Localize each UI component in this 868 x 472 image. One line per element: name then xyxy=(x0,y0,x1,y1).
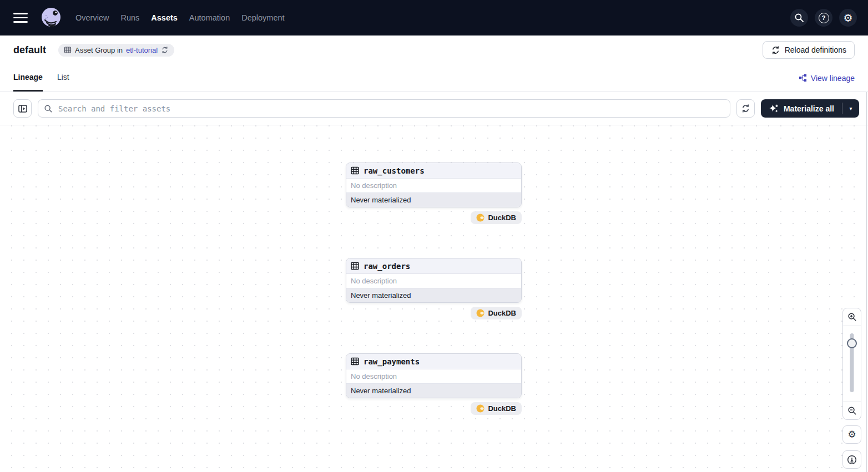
lineage-toolbar: Materialize all ▾ xyxy=(0,92,868,125)
materialize-all-split-button: Materialize all ▾ xyxy=(761,99,859,118)
nav-item-deployment[interactable]: Deployment xyxy=(240,11,285,24)
zoom-in-icon xyxy=(847,312,857,322)
refresh-button[interactable] xyxy=(736,99,755,118)
user-settings-button[interactable]: ⚙ xyxy=(839,9,857,27)
asset-card-header: raw_customers xyxy=(346,163,521,179)
asset-group-icon xyxy=(64,46,72,54)
asset-badges-row: DuckDB xyxy=(346,211,522,224)
search-button[interactable] xyxy=(790,9,808,27)
help-button[interactable]: ? xyxy=(815,9,832,27)
view-lineage-link[interactable]: View lineage xyxy=(799,74,855,83)
asset-node-raw-customers: raw_customers No description Never mater… xyxy=(346,163,522,224)
right-scroll-edge[interactable] xyxy=(866,92,867,472)
recenter-icon xyxy=(847,455,857,465)
recenter-view-button[interactable] xyxy=(842,450,861,469)
kind-badge-duckdb[interactable]: DuckDB xyxy=(471,211,522,224)
duckdb-icon xyxy=(476,404,485,413)
asset-search-box[interactable] xyxy=(38,99,730,118)
zoom-out-button[interactable] xyxy=(843,402,861,419)
code-location-link[interactable]: etl-tutorial xyxy=(126,46,158,54)
asset-card-header: raw_payments xyxy=(346,354,521,369)
table-icon xyxy=(351,357,359,366)
nav-right-actions: ? ⚙ xyxy=(790,9,857,27)
zoom-slider-handle[interactable] xyxy=(847,338,857,348)
asset-name: raw_customers xyxy=(364,166,425,175)
asset-card[interactable]: raw_customers No description Never mater… xyxy=(346,163,522,207)
hamburger-menu-icon[interactable] xyxy=(13,13,28,23)
page-title: default xyxy=(13,44,46,56)
reload-definitions-label: Reload definitions xyxy=(785,45,846,54)
asset-name: raw_payments xyxy=(364,357,420,366)
zoom-in-button[interactable] xyxy=(843,308,861,326)
asset-description: No description xyxy=(346,369,521,383)
sync-icon[interactable] xyxy=(161,46,169,54)
asset-status: Never materialized xyxy=(346,383,521,398)
help-icon: ? xyxy=(819,13,829,23)
sidebar-toggle-button[interactable] xyxy=(13,99,32,118)
asset-card-header: raw_orders xyxy=(346,258,521,274)
page-header: default Asset Group in etl-tutorial Relo… xyxy=(0,35,868,64)
help-glyph: ? xyxy=(821,14,825,21)
panel-expand-icon xyxy=(18,104,28,114)
top-nav: Overview Runs Assets Automation Deployme… xyxy=(0,0,868,35)
view-lineage-label: View lineage xyxy=(811,74,855,83)
refresh-icon xyxy=(741,104,750,113)
duckdb-icon xyxy=(476,309,485,317)
kind-badge-label: DuckDB xyxy=(488,404,516,413)
asset-search-input[interactable] xyxy=(57,104,724,114)
tab-list[interactable]: List xyxy=(57,64,69,92)
zoom-out-icon xyxy=(847,406,857,415)
search-input-icon xyxy=(44,104,53,113)
nav-item-assets[interactable]: Assets xyxy=(150,11,179,24)
lineage-graph-icon xyxy=(799,74,807,82)
asset-node-raw-payments: raw_payments No description Never materi… xyxy=(346,353,522,415)
asset-badges-row: DuckDB xyxy=(346,402,522,415)
table-icon xyxy=(351,262,359,270)
asset-group-badge-text: Asset Group in xyxy=(75,46,123,54)
asset-group-badge: Asset Group in etl-tutorial xyxy=(58,44,174,57)
asset-card[interactable]: raw_payments No description Never materi… xyxy=(346,353,522,398)
tab-lineage[interactable]: Lineage xyxy=(13,64,43,92)
tab-lineage-label: Lineage xyxy=(13,73,43,82)
sparkle-icon xyxy=(769,104,779,114)
kind-badge-label: DuckDB xyxy=(488,309,516,317)
zoom-control-panel xyxy=(842,308,861,420)
asset-description: No description xyxy=(346,179,521,192)
tabs-bar: Lineage List View lineage xyxy=(0,64,868,92)
asset-status: Never materialized xyxy=(346,288,521,302)
search-icon xyxy=(794,13,804,23)
duckdb-icon xyxy=(476,214,485,222)
reload-definitions-button[interactable]: Reload definitions xyxy=(763,41,855,59)
graph-settings-button[interactable]: ⚙ xyxy=(842,425,861,444)
tab-list-label: List xyxy=(57,73,69,82)
kind-badge-duckdb[interactable]: DuckDB xyxy=(471,307,522,319)
zoom-slider[interactable] xyxy=(843,326,861,402)
asset-status: Never materialized xyxy=(346,192,521,207)
asset-description: No description xyxy=(346,274,521,288)
nav-item-automation[interactable]: Automation xyxy=(188,11,231,24)
asset-card[interactable]: raw_orders No description Never material… xyxy=(346,258,522,303)
lineage-canvas[interactable]: raw_customers No description Never mater… xyxy=(0,125,868,472)
asset-node-raw-orders: raw_orders No description Never material… xyxy=(346,258,522,319)
materialize-all-label: Materialize all xyxy=(784,104,834,113)
nav-item-runs[interactable]: Runs xyxy=(119,11,140,24)
materialize-options-button[interactable]: ▾ xyxy=(842,99,859,118)
materialize-all-button[interactable]: Materialize all xyxy=(761,99,842,118)
kind-badge-duckdb[interactable]: DuckDB xyxy=(471,402,522,415)
asset-name: raw_orders xyxy=(364,262,410,271)
nav-item-overview[interactable]: Overview xyxy=(74,11,110,24)
reload-icon xyxy=(771,45,780,55)
graph-settings-gear-icon: ⚙ xyxy=(847,430,856,439)
dagster-asset-lineage-page: { "nav": { "items": [ {"label": "Overvie… xyxy=(0,0,868,472)
kind-badge-label: DuckDB xyxy=(488,214,516,222)
asset-badges-row: DuckDB xyxy=(346,307,522,319)
table-icon xyxy=(351,166,359,175)
settings-gear-icon: ⚙ xyxy=(843,13,852,23)
dagster-logo[interactable] xyxy=(40,7,62,29)
caret-down-icon: ▾ xyxy=(849,105,852,111)
